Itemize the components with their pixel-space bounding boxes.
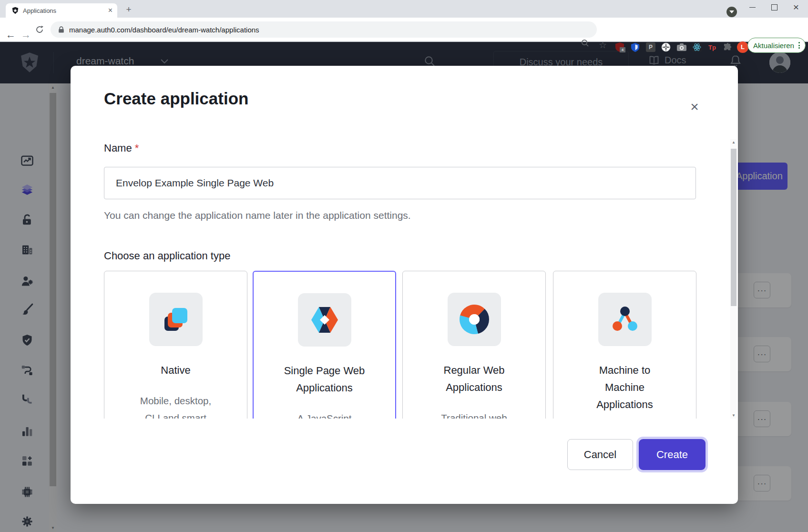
tab-title: Applications	[23, 7, 108, 14]
update-label: Aktualisieren	[753, 41, 794, 50]
forward-icon[interactable]: →	[21, 29, 31, 41]
card-description: Mobile, desktop, CLI and smart	[104, 392, 247, 419]
card-description: Traditional web	[403, 409, 545, 419]
extensions-puzzle-icon[interactable]	[723, 42, 732, 52]
extension-tp-icon[interactable]: Tp	[707, 42, 717, 52]
application-name-input[interactable]	[104, 167, 696, 199]
lock-icon	[58, 26, 64, 33]
browser-toolbar: ← → manage.auth0.com/dashboard/eu/dream-…	[0, 18, 808, 41]
window-close-button[interactable]: ×	[786, 0, 807, 14]
zoom-icon[interactable]	[581, 39, 589, 47]
card-description: A JavaScript	[254, 410, 395, 419]
app-type-card-native[interactable]: Native Mobile, desktop, CLI and smart	[104, 271, 247, 419]
reload-icon[interactable]	[35, 25, 44, 34]
native-icon	[149, 293, 203, 346]
app-type-card-spa[interactable]: Single Page Web Applications A JavaScrip…	[253, 271, 396, 419]
card-title: Single Page Web Applications	[254, 362, 395, 397]
new-tab-button[interactable]: +	[123, 4, 134, 15]
extension-crosshair-icon[interactable]	[661, 42, 671, 52]
name-help-text: You can change the application name late…	[104, 210, 411, 221]
extension-react-devtools-icon[interactable]	[692, 42, 702, 52]
extension-ublock-icon[interactable]: 4	[615, 42, 624, 52]
scroll-down-icon[interactable]: ▼	[730, 413, 737, 418]
modal-scrollbar-thumb[interactable]	[731, 149, 736, 306]
app-type-card-regular-web[interactable]: Regular Web Applications Traditional web	[402, 271, 546, 419]
create-application-modal: Create application × Name * You can chan…	[71, 66, 738, 504]
window-maximize-button[interactable]	[764, 0, 785, 14]
url-text: manage.auth0.com/dashboard/eu/dream-watc…	[69, 26, 259, 34]
browser-tab[interactable]: Applications ×	[6, 3, 117, 18]
browser-update-icon[interactable]	[726, 7, 737, 17]
window-minimize-button[interactable]	[742, 0, 763, 14]
kebab-menu-icon	[798, 42, 800, 49]
extension-p-icon[interactable]: P	[646, 42, 655, 52]
auth0-favicon-icon	[11, 7, 19, 14]
choose-type-label: Choose an application type	[104, 250, 230, 262]
back-icon[interactable]: ←	[6, 29, 16, 41]
m2m-icon	[598, 293, 652, 346]
tab-close-icon[interactable]: ×	[108, 6, 113, 15]
card-title: Native	[104, 362, 247, 379]
ublock-badge: 4	[620, 47, 625, 52]
bookmark-star-icon[interactable]: ☆	[599, 40, 607, 51]
update-chrome-button[interactable]: Aktualisieren	[747, 38, 806, 53]
name-label: Name *	[104, 142, 139, 154]
create-button[interactable]: Create	[639, 439, 706, 470]
regular-web-icon	[448, 293, 501, 346]
modal-body: Name * You can change the application na…	[71, 66, 738, 419]
minimize-icon	[749, 7, 756, 8]
browser-chrome: Applications × + × ← → manage.auth0.com/…	[0, 0, 808, 42]
url-bar[interactable]: manage.auth0.com/dashboard/eu/dream-watc…	[51, 21, 597, 38]
app-type-card-m2m[interactable]: Machine to Machine Applications	[553, 271, 696, 419]
chevron-down-icon	[729, 10, 734, 13]
required-marker: *	[135, 142, 139, 154]
extension-camera-icon[interactable]	[677, 42, 686, 52]
cancel-button[interactable]: Cancel	[567, 439, 633, 470]
screen: Applications × + × ← → manage.auth0.com/…	[0, 0, 808, 532]
card-title: Machine to Machine Applications	[553, 362, 696, 413]
maximize-icon	[771, 4, 777, 10]
modal-scrollbar[interactable]: ▲ ▼	[730, 139, 737, 419]
browser-profile-avatar[interactable]: L	[737, 41, 748, 53]
spa-icon	[298, 293, 351, 347]
extension-bitwarden-icon[interactable]	[630, 42, 640, 52]
scroll-up-icon[interactable]: ▲	[730, 140, 737, 144]
card-title: Regular Web Applications	[403, 362, 545, 396]
